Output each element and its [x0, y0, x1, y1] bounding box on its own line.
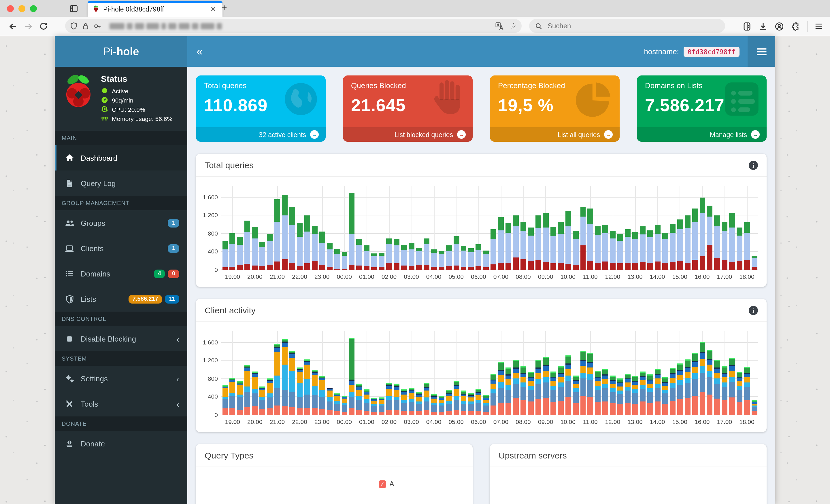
menu-hamburger-icon[interactable]: [815, 22, 823, 31]
sidebar-section-dns-control: DNS CONTROL: [55, 312, 187, 326]
stacked-bar: [453, 331, 459, 415]
card-value: 110.869: [204, 96, 318, 115]
card-footer-link[interactable]: Manage lists →: [637, 127, 767, 142]
stacked-bar: [655, 186, 661, 270]
stacked-bar: [520, 186, 526, 270]
x-axis-tick: 18:00: [736, 418, 758, 425]
translate-icon[interactable]: [496, 22, 504, 30]
card-footer-link[interactable]: List all queries →: [490, 127, 619, 142]
sidebar-item-dashboard[interactable]: Dashboard: [55, 145, 187, 170]
x-axis-tick: 20:00: [244, 273, 266, 280]
minimize-window-button[interactable]: [19, 5, 25, 12]
stacked-bar: [483, 186, 489, 270]
key-icon[interactable]: [93, 22, 102, 30]
sidebar-item-settings[interactable]: Settings ‹: [55, 366, 187, 391]
shield-permissions-icon[interactable]: [70, 22, 78, 30]
stacked-bar: [662, 186, 668, 270]
stacked-bar: [409, 331, 414, 415]
card-total-queries: Total queries 110.869 32 active clients …: [196, 75, 326, 142]
sidebar-item-domains[interactable]: Domains 4 0: [55, 261, 187, 286]
stacked-bar: [349, 331, 355, 415]
url-bar[interactable]: ☆: [65, 19, 522, 33]
info-icon[interactable]: i: [749, 306, 758, 315]
x-axis-tick: 17:00: [713, 418, 736, 425]
stacked-bar: [245, 331, 250, 415]
reload-button[interactable]: [36, 22, 51, 31]
search-bar[interactable]: [529, 19, 725, 33]
card-footer-link[interactable]: List blocked queries →: [343, 127, 473, 142]
info-icon[interactable]: i: [749, 160, 758, 170]
sidebar-section-system: SYSTEM: [55, 351, 187, 366]
back-button[interactable]: [6, 22, 21, 31]
maximize-window-button[interactable]: [30, 5, 37, 12]
sidebar-item-tools[interactable]: Tools ‹: [55, 391, 187, 416]
sidebar-item-lists[interactable]: Lists 7.586.217 11: [55, 286, 187, 312]
x-axis-tick: 04:00: [422, 418, 445, 425]
card-footer-link[interactable]: 32 active clients →: [196, 127, 326, 142]
checkbox-checked-icon[interactable]: ✓: [379, 480, 386, 488]
stacked-bar: [536, 186, 541, 270]
stacked-bar: [372, 331, 377, 415]
browser-sidebar-icon[interactable]: [69, 4, 78, 13]
pihole-header: Pi-hole « hostname: 0fd38cd798ff: [55, 36, 775, 67]
close-window-button[interactable]: [7, 5, 14, 12]
x-axis-tick: 12:00: [602, 418, 624, 425]
account-icon[interactable]: [775, 22, 784, 31]
sidebar-item-disable-blocking[interactable]: Disable Blocking ‹: [55, 326, 187, 351]
stacked-bar: [438, 186, 444, 270]
search-input[interactable]: [546, 21, 719, 31]
stacked-bar: [565, 331, 571, 415]
stacked-bar: [259, 186, 265, 270]
list-icon: [65, 270, 74, 278]
lock-icon[interactable]: [82, 22, 89, 30]
stacked-bar: [424, 331, 429, 415]
stacked-bar: [230, 186, 235, 270]
panel-title: Upstream servers: [499, 450, 567, 460]
stacked-bar: [453, 186, 459, 270]
stacked-bar: [446, 186, 452, 270]
x-axis-tick: 19:00: [221, 418, 244, 425]
stacked-bar: [714, 186, 720, 270]
legend-item-a[interactable]: ✓ A: [379, 480, 394, 488]
stacked-bar: [364, 186, 370, 270]
sidebar-item-groups[interactable]: Groups 1: [55, 210, 187, 236]
extensions-puzzle-icon[interactable]: [791, 22, 800, 31]
total-queries-chart[interactable]: 04008001.2001.600 19:0020:0021:0022:0023…: [196, 177, 767, 287]
stacked-bar: [409, 186, 414, 270]
downloads-icon[interactable]: [759, 22, 768, 31]
panel-box-icon[interactable]: [742, 22, 752, 31]
stacked-bar: [729, 331, 735, 415]
stacked-bar: [573, 186, 578, 270]
arrow-circle-icon: →: [604, 130, 613, 139]
pihole-logo[interactable]: Pi-hole: [55, 36, 187, 67]
stacked-bar: [707, 186, 713, 270]
stacked-bar: [379, 331, 384, 415]
sidebar-item-query-log[interactable]: Query Log: [55, 170, 187, 196]
chevron-left-icon: ‹: [177, 399, 179, 409]
stacked-bar: [670, 186, 675, 270]
stacked-bar: [267, 186, 273, 270]
app-menu-button[interactable]: [747, 36, 775, 67]
bookmark-star-icon[interactable]: ☆: [510, 21, 517, 31]
stacked-bar: [237, 331, 243, 415]
tab-close-icon[interactable]: ✕: [209, 5, 218, 13]
hostname-label: hostname:: [644, 47, 679, 56]
forward-button[interactable]: [21, 22, 36, 31]
client-activity-chart[interactable]: 04008001.2001.600 19:0020:0021:0022:0023…: [196, 322, 767, 432]
tools-icon: [65, 399, 74, 408]
sidebar-collapse-icon[interactable]: «: [187, 46, 212, 57]
x-axis-tick: 11:00: [579, 273, 602, 280]
stacked-bar: [610, 186, 616, 270]
new-tab-button[interactable]: +: [221, 2, 227, 14]
stacked-bar: [483, 331, 489, 415]
x-axis-tick: 02:00: [378, 418, 400, 425]
status-row-active: Active: [101, 87, 172, 95]
home-icon: [65, 153, 74, 162]
stacked-bar: [617, 186, 623, 270]
stacked-bar: [342, 331, 347, 415]
x-axis-tick: 06:00: [468, 273, 490, 280]
browser-tab[interactable]: Pi-hole 0fd38cd798ff ✕: [88, 1, 222, 17]
sidebar-item-donate[interactable]: $ Donate: [55, 431, 187, 456]
sidebar-item-clients[interactable]: Clients 1: [55, 236, 187, 261]
stacked-bar: [416, 186, 422, 270]
